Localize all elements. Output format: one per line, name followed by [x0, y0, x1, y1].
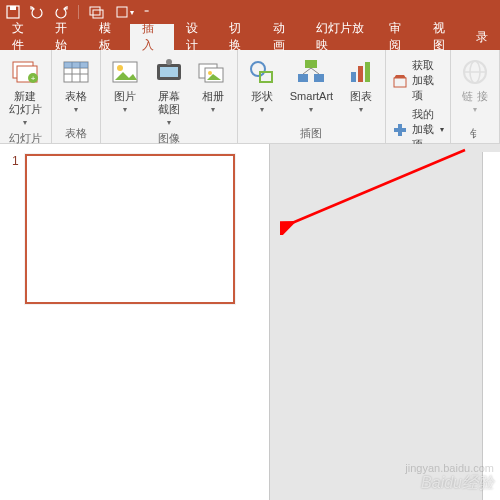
ribbon-group-5: 链 接▾钅	[451, 50, 500, 143]
ribbon-group-4: 获取加载项我的加载项▾加载项	[386, 50, 451, 143]
dropdown-icon: ▾	[123, 105, 127, 114]
new-slide-button[interactable]: +新建 幻灯片▾	[6, 54, 45, 129]
dropdown-icon: ▾	[260, 105, 264, 114]
svg-rect-14	[64, 62, 88, 68]
svg-rect-26	[298, 74, 308, 82]
dropdown-icon: ▾	[23, 118, 27, 127]
svg-line-29	[311, 68, 319, 74]
ribbon-item-label: 表格	[65, 90, 87, 103]
svg-rect-24	[260, 72, 272, 82]
svg-rect-33	[394, 78, 406, 87]
ribbon-item-label: 形状	[251, 90, 273, 103]
slide-number: 1	[12, 154, 19, 490]
album-button[interactable]: 相册▾	[195, 54, 231, 116]
ribbon-group-3: 形状▾SmartArt▾图表▾插图	[238, 50, 386, 143]
store-button[interactable]: 获取加载项	[392, 58, 444, 103]
chart-button[interactable]: 图表▾	[343, 54, 379, 116]
new-slide-icon: +	[9, 56, 41, 88]
ribbon-item-label: 新建 幻灯片	[8, 90, 43, 116]
screenshot-icon	[153, 56, 185, 88]
dropdown-icon: ▾	[359, 105, 363, 114]
dropdown-icon: ▾	[440, 125, 444, 134]
picture-icon	[109, 56, 141, 88]
svg-rect-18	[160, 67, 178, 77]
qat-separator	[78, 5, 79, 19]
workspace: 1	[0, 144, 500, 500]
shapes-button[interactable]: 形状▾	[244, 54, 280, 116]
slide-thumbnail[interactable]	[25, 154, 235, 304]
tab-4[interactable]: 设计	[174, 24, 217, 50]
ribbon-group-2: 图片▾屏幕截图▾相册▾图像	[101, 50, 238, 143]
tab-0[interactable]: 文件	[0, 24, 43, 50]
tab-10[interactable]: 录	[464, 24, 500, 50]
ribbon-item-label: SmartArt	[290, 90, 333, 103]
tab-2[interactable]: 模板	[87, 24, 130, 50]
dropdown-icon: ▾	[309, 105, 313, 114]
smartart-icon	[295, 56, 327, 88]
svg-rect-2	[90, 7, 100, 15]
qat-item-icon[interactable]: ▾	[115, 5, 134, 19]
tab-8[interactable]: 审阅	[377, 24, 420, 50]
smartart-button[interactable]: SmartArt▾	[288, 54, 335, 116]
svg-rect-25	[305, 60, 317, 68]
ribbon-item-label: 图片	[114, 90, 136, 103]
ribbon-item-label: 链 接	[462, 90, 487, 103]
store-icon	[392, 73, 408, 89]
svg-text:+: +	[31, 74, 36, 83]
qat-customize-icon[interactable]: ⁼	[144, 7, 149, 18]
tab-5[interactable]: 切换	[217, 24, 260, 50]
svg-rect-27	[314, 74, 324, 82]
picture-button[interactable]: 图片▾	[107, 54, 143, 116]
ribbon: +新建 幻灯片▾幻灯片表格▾表格图片▾屏幕截图▾相册▾图像形状▾SmartArt…	[0, 50, 500, 144]
svg-line-28	[303, 68, 311, 74]
ribbon-group-0: +新建 幻灯片▾幻灯片	[0, 50, 52, 143]
dropdown-icon: ▾	[473, 105, 477, 114]
link-icon	[459, 56, 491, 88]
tab-9[interactable]: 视图	[421, 24, 464, 50]
redo-icon[interactable]	[54, 5, 68, 19]
undo-icon[interactable]	[30, 5, 44, 19]
svg-point-22	[208, 71, 212, 75]
table-button[interactable]: 表格▾	[58, 54, 94, 116]
dropdown-icon: ▾	[74, 105, 78, 114]
group-label: 插图	[300, 124, 322, 141]
svg-point-23	[251, 62, 265, 76]
group-label: 钅	[470, 124, 481, 141]
svg-rect-4	[117, 7, 127, 17]
screenshot-button[interactable]: 屏幕截图▾	[151, 54, 187, 129]
slide-edge	[482, 152, 500, 500]
save-icon[interactable]	[6, 5, 20, 19]
ribbon-group-1: 表格▾表格	[52, 50, 101, 143]
dropdown-icon: ▾	[211, 105, 215, 114]
link-button[interactable]: 链 接▾	[457, 54, 493, 116]
svg-rect-32	[365, 62, 370, 82]
svg-rect-1	[10, 6, 16, 10]
dropdown-icon: ▾	[167, 118, 171, 127]
tab-1[interactable]: 开始	[43, 24, 86, 50]
start-from-beginning-icon[interactable]	[89, 5, 105, 19]
svg-point-16	[117, 65, 123, 71]
slide-thumbnail-panel[interactable]: 1	[0, 144, 270, 500]
ribbon-item-label: 图表	[350, 90, 372, 103]
tab-7[interactable]: 幻灯片放映	[304, 24, 377, 50]
slide-edit-area[interactable]	[270, 144, 500, 500]
addin-label: 获取加载项	[412, 58, 444, 103]
ribbon-tabs: 文件开始模板插入设计切换动画幻灯片放映审阅视图录	[0, 24, 500, 50]
shapes-icon	[246, 56, 278, 88]
tab-6[interactable]: 动画	[261, 24, 304, 50]
table-icon	[60, 56, 92, 88]
svg-rect-31	[358, 66, 363, 82]
svg-rect-3	[93, 10, 103, 18]
svg-rect-30	[351, 72, 356, 82]
ribbon-item-label: 屏幕截图	[153, 90, 185, 116]
group-label: 表格	[65, 124, 87, 141]
chart-icon	[345, 56, 377, 88]
svg-point-19	[166, 59, 172, 65]
ribbon-item-label: 相册	[202, 90, 224, 103]
watermark-brand: Baidu经验	[421, 473, 494, 494]
myaddins-icon	[392, 122, 408, 138]
album-icon	[197, 56, 229, 88]
title-bar: ▾ ⁼	[0, 0, 500, 24]
tab-3[interactable]: 插入	[130, 24, 173, 50]
